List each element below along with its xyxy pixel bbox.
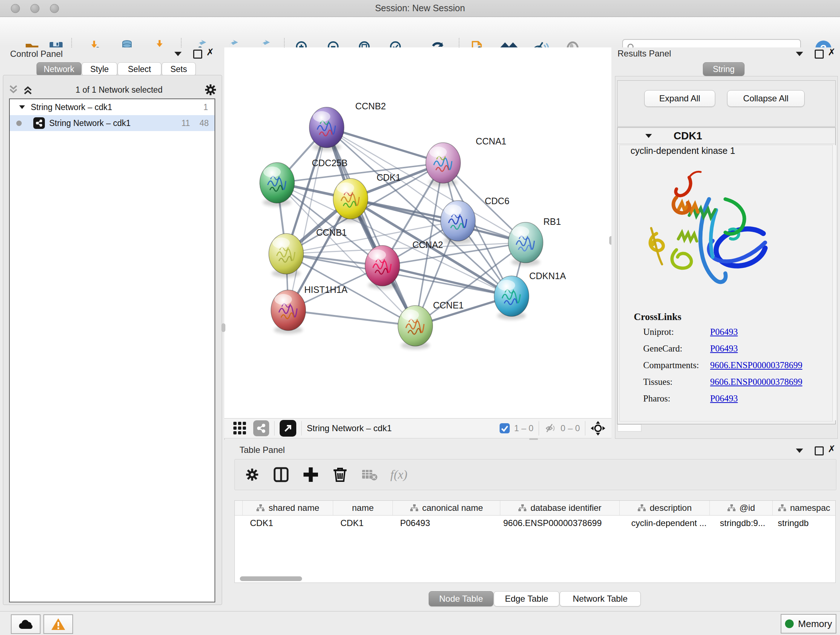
tab-edge-table[interactable]: Edge Table [494,591,559,606]
delete-column-icon[interactable] [332,467,347,483]
tab-network-table[interactable]: Network Table [560,591,641,606]
function-builder-icon[interactable]: f(x) [390,468,407,481]
network-node-CCNA1[interactable]: CCNA1 [426,136,507,187]
birds-eye-icon[interactable] [591,421,606,436]
maximize-panel-icon[interactable] [815,447,824,455]
network-node-CCNA2[interactable]: CCNA2 [365,240,443,289]
crosslink-link[interactable]: P06493 [710,344,737,354]
delete-table-icon[interactable] [362,468,378,481]
maximize-panel-icon[interactable] [815,50,824,59]
float-panel-icon[interactable] [796,52,803,56]
network-node-RB1[interactable]: RB1 [508,217,561,266]
close-panel-icon[interactable]: ✗ [206,49,214,56]
grid-view-icon[interactable] [232,421,248,436]
column-header[interactable]: description [620,501,710,515]
network-node-CCNE1[interactable]: CCNE1 [398,300,464,349]
close-panel-icon[interactable]: ✗ [828,445,836,453]
network-collection-row[interactable]: String Network – cdk1 1 [10,99,215,115]
float-panel-icon[interactable] [174,52,182,56]
selected-checkbox-icon[interactable] [499,423,510,434]
network-edge[interactable] [288,127,327,310]
warning-icon [51,618,66,631]
crosslinks-title: CrossLinks [634,311,682,323]
network-edge[interactable] [327,127,415,326]
tab-string[interactable]: String [703,62,745,76]
tab-network[interactable]: Network [36,62,81,76]
toolbar-separator [274,421,275,435]
tab-style[interactable]: Style [82,62,117,76]
detach-view-icon[interactable] [279,420,296,437]
network-node-HIST1H1A[interactable]: HIST1H1A [271,285,347,334]
cloud-button[interactable] [11,614,41,634]
cell-description[interactable]: cyclin-dependent ... [620,518,710,528]
collapse-all-icon[interactable] [7,84,19,95]
left-splitter-handle[interactable] [221,323,225,332]
selected-counts: 1 – 0 [514,423,533,433]
memory-status-icon [785,619,794,628]
crosslink-link[interactable]: P06493 [710,327,737,337]
string-view-icon[interactable] [253,420,269,436]
section-collapse-icon[interactable] [645,133,653,139]
close-panel-icon[interactable]: ✗ [828,49,836,56]
network-node-CDC6[interactable]: CDC6 [441,196,509,244]
crosslink-link[interactable]: 9606.ENSP00000378699 [710,360,802,371]
node-label: CCNA1 [476,136,507,146]
hidden-eye-icon[interactable] [544,422,558,434]
tab-node-table[interactable]: Node Table [429,591,493,606]
show-columns-icon[interactable] [273,467,289,483]
float-panel-icon[interactable] [796,448,803,453]
network-node-CCNB2[interactable]: CCNB2 [309,101,386,151]
network-canvas[interactable]: CCNB2 CCNA1 CDC25B CDK1 [224,48,611,418]
gear-icon[interactable] [245,467,259,482]
tree-expand-icon[interactable] [19,104,26,110]
tab-sets[interactable]: Sets [162,62,196,76]
network-graph[interactable]: CCNB2 CCNA1 CDC25B CDK1 [224,48,611,418]
node-label: RB1 [543,217,561,226]
application-window: Session: New Session [0,0,840,635]
column-header[interactable]: namespac [773,501,835,515]
node-result-header[interactable]: CDK1 [617,128,835,144]
main-toolbar: ? [0,17,840,48]
cell-canonical-name[interactable]: P06493 [393,518,500,528]
maximize-panel-icon[interactable] [193,50,202,59]
network-edge[interactable] [288,310,415,326]
results-scrollbar[interactable] [832,145,836,420]
column-header[interactable]: shared name [243,501,333,515]
table-row[interactable]: CDK1 CDK1 P06493 9606.ENSP00000378699 cy… [235,516,835,531]
status-bar [0,611,840,635]
cloud-icon [18,619,34,630]
table-horizontal-scrollbar[interactable] [240,576,302,581]
crosslink-link[interactable]: P06493 [710,394,737,404]
protein-structure-image [635,156,780,301]
cell-database-identifier[interactable]: 9606.ENSP00000378699 [500,518,620,528]
tab-select[interactable]: Select [118,62,161,76]
node-label: CDKN1A [529,271,566,281]
cell-shared-name[interactable]: CDK1 [243,518,333,528]
title-bar: Session: New Session [0,0,840,17]
crosslink-link[interactable]: 9606.ENSP00000378699 [710,377,802,387]
network-edge[interactable] [382,266,512,296]
cell-name[interactable]: CDK1 [333,518,393,528]
column-header[interactable]: name [333,501,393,515]
memory-button[interactable]: Memory [781,614,836,633]
crosslink-label: Pharos: [643,394,670,404]
column-header[interactable]: canonical name [393,501,500,515]
crosslink-label: Uniprot: [643,327,674,337]
column-header[interactable]: database identifier [500,501,620,515]
node-count: 11 [182,119,190,128]
node-label: CCNB1 [316,227,347,238]
cell-id[interactable]: stringdb:9... [710,518,773,528]
cell-namespace[interactable]: stringdb [773,518,835,528]
collapse-all-button[interactable]: Collapse All [727,90,805,107]
expand-all-icon[interactable] [22,84,34,95]
expand-all-button[interactable]: Expand All [644,90,715,107]
gear-icon[interactable] [204,83,217,96]
collection-count: 1 [203,103,208,112]
column-header[interactable]: @id [710,501,773,515]
warning-button[interactable] [43,614,73,634]
node-table[interactable]: shared name name canonical name database… [234,500,836,583]
window-title: Session: New Session [0,3,840,13]
network-row-selected[interactable]: String Network – cdk1 11 48 [10,115,215,131]
add-column-icon[interactable] [303,467,319,483]
network-node-CDKN1A[interactable]: CDKN1A [494,271,566,320]
